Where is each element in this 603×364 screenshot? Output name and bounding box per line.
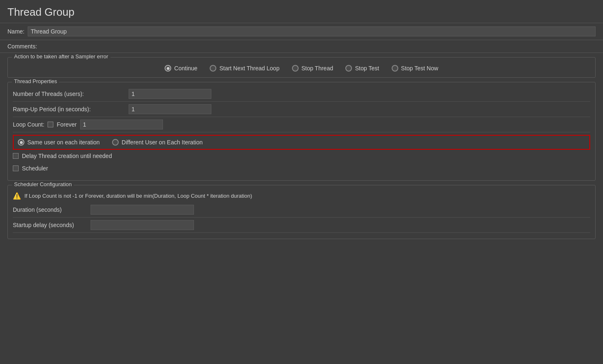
iteration-row: Same user on each iteration Different Us… [13, 135, 590, 150]
action-group-box: Action to be taken after a Sampler error… [7, 57, 596, 78]
name-input[interactable] [28, 26, 596, 36]
num-threads-row: Number of Threads (users): [13, 86, 590, 102]
scheduler-config-group: Scheduler Configuration ⚠️ If Loop Count… [7, 185, 596, 239]
stop-thread-radio-circle [292, 65, 299, 72]
num-threads-label: Number of Threads (users): [13, 91, 129, 97]
scheduler-row: Scheduler [13, 162, 590, 175]
same-user-option[interactable]: Same user on each iteration [18, 139, 100, 146]
diff-user-option[interactable]: Different User on Each Iteration [112, 139, 203, 146]
loop-count-label: Loop Count: [13, 121, 44, 128]
diff-user-label: Different User on Each Iteration [122, 139, 203, 146]
duration-label: Duration (seconds) [13, 206, 87, 213]
stop-test-now-label: Stop Test Now [401, 65, 438, 72]
startup-delay-row: Startup delay (seconds) [13, 218, 590, 233]
name-row: Name: [0, 23, 603, 40]
duration-row: Duration (seconds) [13, 202, 590, 218]
action-continue[interactable]: Continue [165, 65, 197, 72]
action-radio-row: Continue Start Next Thread Loop Stop Thr… [13, 62, 590, 72]
comments-label: Comments: [7, 43, 37, 50]
delay-thread-checkbox[interactable] [13, 153, 19, 159]
start-next-label: Start Next Thread Loop [219, 65, 279, 72]
action-stop-test-now[interactable]: Stop Test Now [392, 65, 438, 72]
name-label: Name: [7, 28, 24, 35]
scheduler-config-legend: Scheduler Configuration [12, 181, 74, 187]
loop-count-input[interactable] [80, 120, 163, 129]
stop-test-radio-circle [345, 65, 352, 72]
ramp-up-input[interactable] [129, 104, 211, 114]
startup-delay-label: Startup delay (seconds) [13, 222, 87, 228]
loop-count-row: Loop Count: Forever [13, 117, 590, 132]
action-start-next[interactable]: Start Next Thread Loop [210, 65, 279, 72]
action-stop-thread[interactable]: Stop Thread [292, 65, 333, 72]
diff-user-radio-circle [112, 139, 119, 146]
start-next-radio-circle [210, 65, 216, 72]
stop-test-now-radio-circle [392, 65, 398, 72]
page-title: Thread Group [0, 0, 603, 23]
scheduler-warning-text: If Loop Count is not -1 or Forever, dura… [24, 193, 252, 199]
continue-radio-circle [165, 65, 171, 72]
stop-thread-label: Stop Thread [302, 65, 333, 72]
same-user-label: Same user on each iteration [27, 139, 100, 146]
delay-thread-label: Delay Thread creation until needed [22, 153, 112, 159]
forever-checkbox[interactable] [48, 122, 53, 127]
action-stop-test[interactable]: Stop Test [345, 65, 379, 72]
action-group-legend: Action to be taken after a Sampler error [12, 53, 110, 60]
ramp-up-label: Ramp-Up Period (in seconds): [13, 106, 129, 113]
ramp-up-row: Ramp-Up Period (in seconds): [13, 102, 590, 117]
thread-props-legend: Thread Properties [12, 78, 59, 84]
num-threads-input[interactable] [129, 89, 211, 99]
scheduler-checkbox[interactable] [13, 165, 19, 171]
thread-props-group: Thread Properties Number of Threads (use… [7, 82, 596, 181]
scheduler-warning-row: ⚠️ If Loop Count is not -1 or Forever, d… [13, 189, 590, 202]
continue-label: Continue [174, 65, 197, 72]
duration-input[interactable] [91, 205, 194, 215]
stop-test-label: Stop Test [355, 65, 379, 72]
scheduler-label: Scheduler [22, 165, 48, 172]
warning-icon: ⚠️ [13, 192, 21, 200]
startup-delay-input[interactable] [91, 220, 194, 230]
same-user-radio-circle [18, 139, 24, 146]
comments-row: Comments: [0, 40, 603, 53]
forever-label: Forever [57, 121, 77, 128]
delay-thread-row: Delay Thread creation until needed [13, 150, 590, 162]
